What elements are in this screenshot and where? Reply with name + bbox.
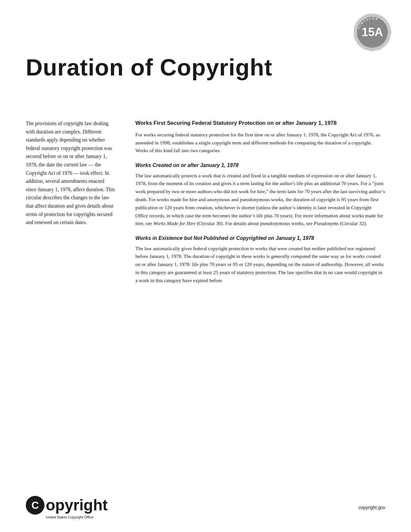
content-area: The provisions of copyright law dealing …	[26, 119, 385, 289]
intro-paragraph: For works securing federal statutory pro…	[135, 131, 385, 155]
sub2-heading: Works in Existence but Not Published or …	[135, 235, 385, 242]
footer-url: copyright.gov	[358, 505, 385, 510]
circular-badge: CIRCULAR 15A	[353, 13, 392, 52]
sub1-heading: Works Created on or after January 1, 197…	[135, 162, 385, 169]
page: CIRCULAR 15A Duration of Copyright The p…	[0, 0, 411, 532]
footer-c-circle: C	[26, 496, 44, 515]
sub1-paragraph: The law automatically protects a work th…	[135, 172, 385, 228]
left-column-text: The provisions of copyright law dealing …	[26, 119, 116, 227]
right-column: Works First Securing Federal Statutory P…	[135, 119, 385, 289]
footer-copyright-symbol: C opyright	[26, 496, 108, 515]
svg-text:15A: 15A	[362, 25, 383, 39]
footer: C opyright United States Copyright Offic…	[26, 496, 385, 519]
sub2-paragraph: The law automatically gives federal copy…	[135, 245, 385, 285]
left-column: The provisions of copyright law dealing …	[26, 119, 116, 289]
footer-subtitle: United States Copyright Office	[46, 515, 93, 519]
page-title: Duration of Copyright	[26, 55, 272, 80]
footer-logo: C opyright United States Copyright Offic…	[26, 496, 108, 519]
footer-copyright-wordmark: opyright	[46, 498, 108, 513]
main-section-heading: Works First Securing Federal Statutory P…	[135, 119, 385, 127]
